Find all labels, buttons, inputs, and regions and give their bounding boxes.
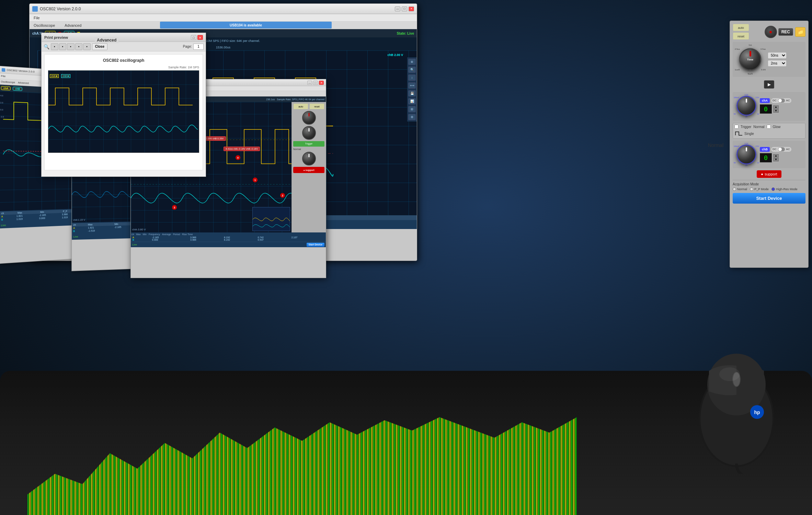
ghost-3-auto-btn[interactable]: auto (293, 103, 308, 110)
chb-counter-up[interactable]: ▲ (773, 154, 779, 158)
pp-sample-rate: Sample Rate: 1M SPS (48, 66, 199, 69)
cha-label-tl: 100mV (734, 96, 739, 99)
file-icon[interactable]: 📁 (795, 27, 805, 37)
cha-knob[interactable] (736, 96, 756, 116)
pp-btn-4[interactable]: ▪ (75, 43, 83, 50)
time-label-tr: 0.5us (760, 48, 766, 50)
pp-close-x[interactable]: ✕ (197, 35, 203, 40)
chb-dc-ac: DC AC (771, 147, 791, 152)
cha-counter-up[interactable]: ▲ (773, 105, 779, 109)
menu-advanced[interactable]: Advanced (62, 23, 84, 28)
scope-icon-cursor[interactable]: ↕ (408, 75, 416, 81)
pp-zoom-icon[interactable]: 🔍 (44, 44, 49, 49)
timescale-1[interactable]: 50ns (768, 52, 787, 59)
chb-dc-label[interactable]: DC (771, 147, 778, 151)
scope-icon-measure[interactable]: ⟺ (408, 82, 416, 89)
pp-waveform-svg (48, 71, 199, 152)
time-knob-label: Time (747, 58, 754, 61)
acq-highres-option[interactable]: High-Res Mode (771, 187, 798, 191)
time-display: 1536.00us (216, 46, 230, 49)
acq-highres-radio[interactable] (771, 187, 775, 191)
time-knob[interactable]: Time (739, 48, 762, 71)
cha-header: 0.2V 0.5V 1V 2V 5V 100mV chA DC (734, 94, 804, 118)
meas-row-b-pp: 1.019 (312, 225, 417, 229)
auto-btn[interactable]: auto (733, 24, 749, 31)
pp-btn-3[interactable]: ▪ (67, 43, 75, 50)
minimize-btn[interactable]: — (395, 7, 400, 11)
start-device-btn[interactable]: Start Device (733, 193, 805, 204)
pp-btn-2[interactable]: ▪ (59, 43, 67, 50)
maximize-btn[interactable]: □ (402, 7, 407, 11)
acq-pp-radio[interactable] (750, 187, 753, 191)
marker-1: 1 (253, 178, 258, 182)
ghost-3-support-label: ● support (303, 169, 314, 171)
pp-osc-title: OSC802 oscillograph (48, 58, 199, 63)
ghost-3-support[interactable]: ● support (293, 167, 324, 173)
time-knob-indicator (750, 51, 751, 57)
trigger-checkbox[interactable] (734, 125, 739, 129)
acq-normal-label: Normal (737, 187, 747, 191)
ghost-3-reset-btn[interactable]: reset (309, 103, 324, 110)
ghost-3-minimize[interactable]: — (307, 81, 312, 85)
pp-page-input[interactable] (193, 44, 204, 50)
chb-ac-label[interactable]: AC (785, 147, 791, 151)
ghost-1-file: File (1, 75, 5, 78)
scope-icon-chart[interactable]: 📊 (408, 98, 416, 104)
marker-2: 2 (280, 193, 285, 198)
pp-page-control: Page: (183, 44, 204, 50)
glow-checkbox[interactable] (767, 125, 771, 129)
pp-title: Print preview (44, 35, 68, 39)
pp-btn-1[interactable]: ▪ (51, 43, 58, 50)
ghost-3-scope-voltage: chA-3.80 V (132, 228, 146, 231)
chb-knob-indicator (746, 147, 747, 151)
scope-icon-settings[interactable]: ⚙ (408, 114, 416, 120)
support-btn[interactable]: ● support (757, 170, 781, 178)
rec-btn[interactable]: REC (778, 28, 793, 36)
cha-counter-down[interactable]: ▼ (773, 109, 779, 113)
cha-ac-label[interactable]: AC (785, 99, 791, 102)
chb-counter-down[interactable]: ▼ (773, 158, 779, 161)
menu-oscilloscope[interactable]: Oscilloscope (31, 23, 58, 28)
chb-knob[interactable] (736, 145, 756, 164)
scope-icon-zoom[interactable]: 🔍 (408, 67, 416, 73)
single-label: Single (744, 132, 754, 136)
play-btn[interactable]: ▶ (764, 80, 774, 89)
ghost-1-cha: chA (1, 86, 11, 90)
ghost-3-start-btn[interactable]: Start Device (307, 243, 324, 247)
pp-btn-5[interactable]: ▪ (83, 43, 91, 50)
acq-pp-option[interactable]: P_P Mode (750, 187, 769, 191)
ghost-3-knob-3[interactable] (302, 152, 316, 165)
chb-toggle[interactable]: chB (760, 147, 770, 152)
close-btn[interactable]: ✕ (409, 7, 414, 11)
cha-toggle[interactable]: chA (760, 98, 770, 103)
cha-counter: 0 ▲ ▼ (760, 104, 804, 114)
ghost-3-close[interactable]: ✕ (319, 81, 324, 85)
chb-counter-arrows: ▲ ▼ (773, 154, 779, 161)
cha-label-bl: 5V (734, 113, 736, 115)
chb-toggle-switch[interactable] (778, 147, 785, 151)
meas-row-a-pp: 3.986 (312, 220, 417, 225)
marker-3: 3 (172, 205, 177, 210)
timescale-2[interactable]: 2ms (768, 60, 787, 67)
advanced-menu-item[interactable]: Advanced (95, 37, 118, 43)
ghost-3-normal-label: Normal (293, 148, 324, 150)
acq-normal-option[interactable]: Normal (733, 187, 747, 191)
usb-status-text: USB104 is available (230, 23, 262, 27)
acq-normal-radio[interactable] (733, 187, 736, 191)
scope-icon-grid[interactable]: ⊞ (408, 106, 416, 112)
pp-maximize[interactable]: □ (191, 35, 196, 40)
rec-group: ● REC (765, 26, 793, 38)
ghost-3-knob-1[interactable] (302, 111, 316, 125)
main-menu-bar: File (30, 14, 417, 22)
scope-icon-crosshair[interactable]: ⊕ (408, 59, 416, 65)
cha-dc-label[interactable]: DC (771, 99, 778, 102)
hp-logo-text: hp (754, 410, 760, 415)
ghost-3-maximize[interactable]: □ (313, 81, 318, 85)
mouse-svg: hp (688, 343, 785, 474)
reset-btn[interactable]: reset (733, 32, 749, 40)
cha-toggle-switch[interactable] (778, 99, 785, 103)
ghost-3-knob-2[interactable] (302, 126, 316, 140)
scope-icon-save[interactable]: 💾 (408, 90, 416, 96)
menu-file[interactable]: File (31, 15, 43, 21)
pp-close-btn[interactable]: Close (92, 43, 107, 50)
